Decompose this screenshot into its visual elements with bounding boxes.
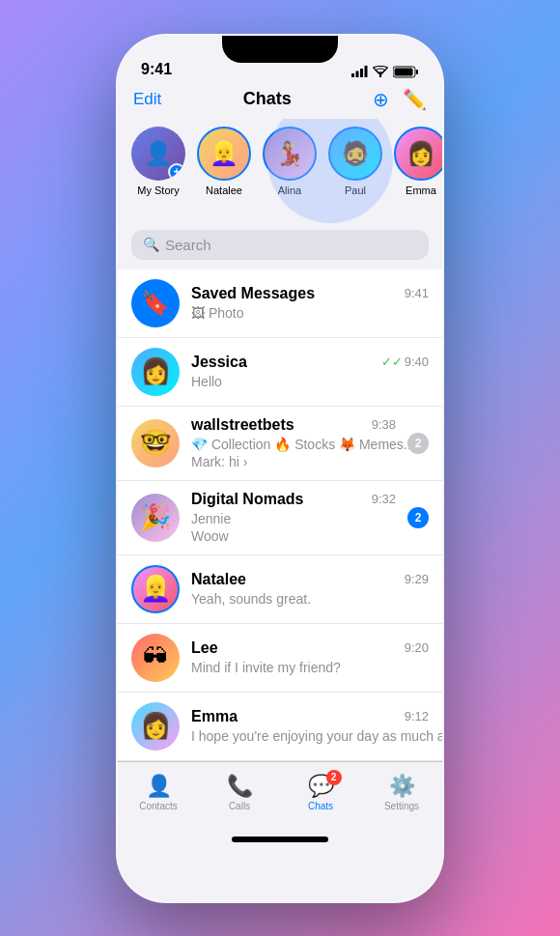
tab-label-contacts: Contacts — [139, 801, 177, 811]
battery-icon — [393, 66, 419, 78]
chats-tab-badge: 2 — [326, 770, 342, 785]
tab-settings[interactable]: ⚙️ Settings — [361, 774, 442, 811]
chat-content-nomads: Digital Nomads 9:32 Jennie Woow — [191, 491, 396, 545]
svg-rect-2 — [360, 69, 363, 77]
bookmark-icon: 🔖 — [141, 290, 170, 317]
tab-calls[interactable]: 📞 Calls — [199, 774, 280, 811]
signal-icon — [351, 66, 368, 77]
chat-content-jessica: Jessica ✓✓9:40 Hello — [191, 354, 429, 390]
chat-name-natalee: Natalee — [191, 571, 246, 588]
tab-label-calls: Calls — [229, 801, 250, 811]
chat-content-lee: Lee 9:20 Mind if I invite my friend? — [191, 639, 429, 676]
chat-item-saved-messages[interactable]: 🔖 Saved Messages 9:41 🖼 Photo — [118, 269, 442, 338]
notch — [222, 36, 338, 63]
home-indicator — [232, 837, 328, 842]
chat-item-emma[interactable]: 👩 Emma 9:12 I hope you're enjoying your … — [118, 693, 442, 761]
chat-time-jessica: ✓✓9:40 — [381, 355, 429, 369]
tab-label-settings: Settings — [384, 801, 419, 811]
chat-name-nomads: Digital Nomads — [191, 491, 303, 508]
chat-top-jessica: Jessica ✓✓9:40 — [191, 354, 429, 371]
search-input[interactable]: Search — [165, 237, 211, 253]
search-input-wrap[interactable]: 🔍 Search — [131, 230, 429, 260]
chat-name-wallstreet: wallstreetbets — [191, 416, 294, 434]
chat-content-saved: Saved Messages 9:41 🖼 Photo — [191, 285, 429, 322]
chat-name-jessica: Jessica — [191, 354, 247, 371]
chat-name-lee: Lee — [191, 639, 218, 657]
chat-avatar-lee: 🕶 — [131, 634, 180, 682]
phone-frame: 9:41 Edit Chats ⊕ — [116, 34, 444, 903]
chat-time-wallstreet: 9:38 — [372, 417, 396, 432]
chat-preview-wallstreet-1: 💎 Collection 🔥 Stocks 🦊 Memes... — [191, 437, 415, 452]
chat-avatar-nomads: 🎉 — [131, 494, 180, 542]
story-avatar-emma: 👩 — [394, 127, 442, 181]
chat-item-natalee[interactable]: 👱‍♀️ Natalee 9:29 Yeah, sounds great. — [118, 555, 442, 624]
story-avatar-mystory: 👤 + — [131, 127, 185, 181]
page-title: Chats — [243, 89, 292, 109]
stories-overlay: 👤 + My Story 👱‍♀️ Natalee 💃 Alina — [118, 127, 442, 218]
chat-preview-lee: Mind if I invite my friend? — [191, 660, 341, 675]
chat-time-saved: 9:41 — [405, 286, 429, 300]
story-name-paul: Paul — [345, 184, 366, 196]
chat-preview-natalee: Yeah, sounds great. — [191, 591, 311, 607]
tab-label-chats: Chats — [308, 801, 333, 811]
chat-avatar-emma: 👩 — [131, 702, 180, 751]
chat-time-lee: 9:20 — [405, 640, 429, 655]
story-item-mystory[interactable]: 👤 + My Story — [131, 127, 185, 196]
story-name-natalee: Natalee — [206, 184, 242, 196]
stories-section: 👤 + My Story 👱‍♀️ Natalee 💃 Alina — [118, 119, 442, 230]
tab-contacts[interactable]: 👤 Contacts — [118, 774, 199, 811]
chat-preview-nomads-2: Woow — [191, 528, 229, 544]
svg-rect-7 — [395, 68, 413, 75]
chat-preview-wallstreet-2: Mark: hi › — [191, 454, 247, 469]
svg-rect-1 — [356, 71, 359, 78]
checkmark-icon: ✓✓ — [381, 355, 403, 369]
edit-button[interactable]: Edit — [133, 90, 161, 109]
story-name-emma: Emma — [406, 184, 436, 196]
search-icon: 🔍 — [143, 237, 159, 252]
compose-icon[interactable]: ✏️ — [403, 88, 427, 111]
chats-badge-wrap: 💬 2 — [308, 774, 334, 799]
chat-badge-wallstreet: 2 — [407, 433, 429, 454]
svg-rect-3 — [365, 66, 368, 77]
svg-rect-0 — [351, 73, 354, 77]
chat-time-natalee: 9:29 — [405, 572, 429, 586]
chat-list: 🔖 Saved Messages 9:41 🖼 Photo 👩 Jessica … — [118, 269, 442, 761]
chat-name-saved: Saved Messages — [191, 285, 315, 302]
chat-top-saved: Saved Messages 9:41 — [191, 285, 429, 302]
contacts-icon: 👤 — [146, 774, 172, 799]
story-item-paul[interactable]: 🧔 Paul — [328, 127, 382, 196]
story-name-alina: Alina — [278, 184, 301, 196]
chat-name-emma: Emma — [191, 708, 238, 725]
status-icons — [351, 66, 419, 78]
chat-avatar-jessica: 👩 — [131, 348, 180, 396]
chat-item-jessica[interactable]: 👩 Jessica ✓✓9:40 Hello — [118, 338, 442, 407]
chat-item-digital-nomads[interactable]: 🎉 Digital Nomads 9:32 Jennie Woow 2 — [118, 481, 442, 555]
story-item-emma[interactable]: 👩 Emma — [394, 127, 442, 196]
story-item-alina[interactable]: 💃 Alina — [263, 127, 317, 196]
chat-preview-nomads-1: Jennie — [191, 511, 231, 526]
chat-item-wallstreetbets[interactable]: 🤓 wallstreetbets 9:38 💎 Collection 🔥 Sto… — [118, 407, 442, 481]
chat-preview-saved: 🖼 Photo — [191, 305, 243, 321]
nav-actions: ⊕ ✏️ — [373, 88, 427, 111]
new-message-icon[interactable]: ⊕ — [373, 88, 389, 111]
wifi-icon — [373, 66, 388, 77]
story-avatar-natalee: 👱‍♀️ — [197, 127, 251, 181]
chat-time-nomads: 9:32 — [372, 492, 396, 506]
chat-top-lee: Lee 9:20 — [191, 639, 429, 657]
status-time: 9:41 — [141, 61, 172, 78]
svg-rect-6 — [416, 70, 418, 74]
chat-badge-nomads: 2 — [407, 507, 429, 528]
chat-item-lee[interactable]: 🕶 Lee 9:20 Mind if I invite my friend? — [118, 624, 442, 693]
chat-preview-emma: I hope you're enjoying your day as much … — [191, 728, 442, 744]
chat-top-emma: Emma 9:12 — [191, 708, 429, 725]
chat-avatar-natalee: 👱‍♀️ — [131, 565, 180, 613]
stories-scroll: 👤 + My Story 👱‍♀️ Natalee 💃 Alina — [118, 127, 442, 196]
calls-icon: 📞 — [227, 774, 253, 799]
chat-content-wallstreet: wallstreetbets 9:38 💎 Collection 🔥 Stock… — [191, 416, 396, 470]
story-item-natalee[interactable]: 👱‍♀️ Natalee — [197, 127, 251, 196]
nav-bar: Edit Chats ⊕ ✏️ — [118, 84, 442, 119]
tab-chats[interactable]: 💬 2 Chats — [280, 774, 361, 811]
chat-avatar-saved: 🔖 — [131, 279, 180, 327]
chat-top-natalee: Natalee 9:29 — [191, 571, 429, 588]
search-bar: 🔍 Search — [118, 230, 442, 269]
